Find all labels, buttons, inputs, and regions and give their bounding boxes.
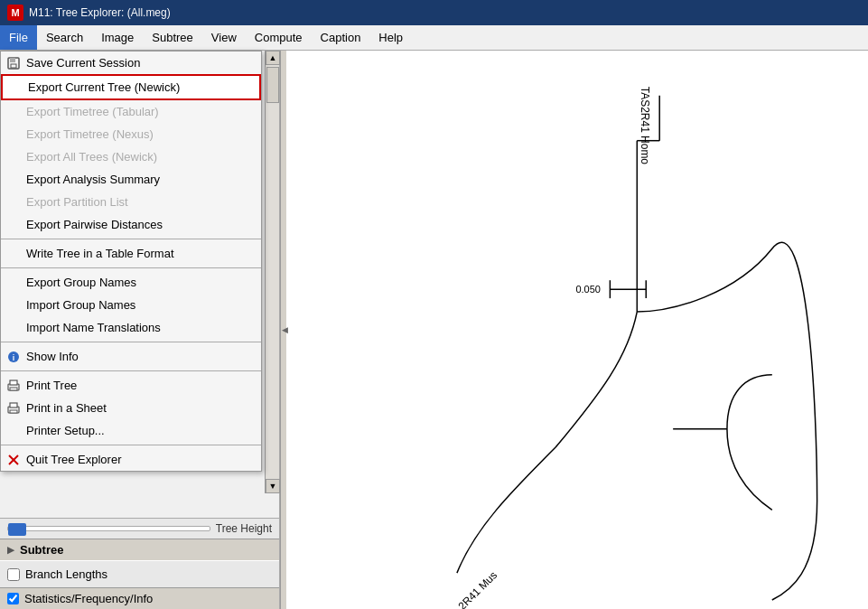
branch-lengths-checkbox[interactable] xyxy=(7,568,20,581)
svg-rect-7 xyxy=(10,388,17,390)
separator-1 xyxy=(1,239,261,239)
scroll-down-button[interactable]: ▼ xyxy=(266,479,280,493)
print-sheet-icon xyxy=(6,401,21,416)
menu-export-current-tree[interactable]: Export Current Tree (Newick) xyxy=(1,74,261,100)
tree-label-homo: TAS2R41 Homo xyxy=(639,87,651,164)
tree-label-mus: 2R41 Mus xyxy=(456,568,499,609)
svg-rect-10 xyxy=(10,410,17,413)
svg-text:i: i xyxy=(13,353,15,362)
branch-lengths-section: Branch Lengths xyxy=(0,561,279,587)
branch-lengths-label: Branch Lengths xyxy=(25,567,107,581)
title-bar: M M11: Tree Explorer: (All.meg) xyxy=(0,0,868,25)
svg-rect-2 xyxy=(11,64,16,68)
bottom-sections: Tree Height ▶ Subtree Branch Lengths Sta… xyxy=(0,518,279,609)
svg-rect-6 xyxy=(10,380,17,385)
menu-subtree[interactable]: Subtree xyxy=(143,25,202,50)
subtree-section-label: Subtree xyxy=(20,543,63,557)
panel-divider[interactable]: ◀ xyxy=(280,51,287,609)
menu-view[interactable]: View xyxy=(202,25,246,50)
svg-rect-9 xyxy=(10,403,17,408)
menu-import-name-translations[interactable]: Import Name Translations xyxy=(1,316,261,339)
tree-canvas: TAS2R41 Homo 0.050 2R41 Mus xyxy=(280,51,868,609)
menu-help[interactable]: Help xyxy=(369,25,412,50)
menu-search[interactable]: Search xyxy=(37,25,92,50)
menu-image[interactable]: Image xyxy=(92,25,143,50)
svg-rect-1 xyxy=(10,58,15,62)
menu-bar: File Search Image Subtree View Compute C… xyxy=(0,25,868,51)
menu-write-tree-table[interactable]: Write Tree in a Table Format xyxy=(1,242,261,265)
menu-printer-setup[interactable]: Printer Setup... xyxy=(1,419,261,442)
menu-export-all-trees: Export All Trees (Newick) xyxy=(1,145,261,168)
quit-icon xyxy=(6,453,21,467)
menu-import-group-names[interactable]: Import Group Names xyxy=(1,294,261,316)
info-icon: i xyxy=(6,350,21,364)
separator-5 xyxy=(1,445,261,445)
scale-value: 0.050 xyxy=(575,284,600,295)
print-icon xyxy=(6,379,21,393)
left-panel: Save Current Session Export Current Tree… xyxy=(0,51,280,609)
vertical-scrollbar[interactable]: ▲ ▼ xyxy=(265,51,279,493)
tree-height-label: Tree Height xyxy=(216,522,272,535)
separator-2 xyxy=(1,267,261,268)
menu-print-sheet[interactable]: Print in a Sheet xyxy=(1,397,261,419)
menu-export-analysis-summary[interactable]: Export Analysis Summary xyxy=(1,168,261,191)
menu-print-tree[interactable]: Print Tree xyxy=(1,374,261,397)
slider-area: Tree Height xyxy=(0,518,279,539)
menu-export-pairwise-distances[interactable]: Export Pairwise Distances xyxy=(1,213,261,236)
scroll-track xyxy=(266,65,279,479)
slider-thumb[interactable] xyxy=(8,523,26,536)
subtree-section-header[interactable]: ▶ Subtree xyxy=(0,539,279,561)
tree-height-slider[interactable] xyxy=(7,526,210,531)
stats-checkbox[interactable] xyxy=(7,593,19,604)
tree-svg: TAS2R41 Homo 0.050 2R41 Mus xyxy=(280,51,868,609)
scroll-up-button[interactable]: ▲ xyxy=(266,51,280,65)
branch-arc-left xyxy=(457,312,637,573)
menu-caption[interactable]: Caption xyxy=(312,25,370,50)
branch-inner-curve xyxy=(727,375,772,511)
main-layout: Save Current Session Export Current Tree… xyxy=(0,51,868,609)
subtree-chevron-icon: ▶ xyxy=(7,545,14,555)
menu-save-session[interactable]: Save Current Session xyxy=(1,52,261,74)
app-icon: M xyxy=(7,5,23,21)
menu-export-timetree-nexus: Export Timetree (Nexus) xyxy=(1,123,261,145)
stats-label: Statistics/Frequency/Info xyxy=(24,592,153,605)
menu-export-partition-list: Export Partition List xyxy=(1,191,261,213)
menu-compute[interactable]: Compute xyxy=(246,25,312,50)
menu-quit[interactable]: Quit Tree Explorer xyxy=(1,448,261,471)
menu-export-group-names[interactable]: Export Group Names xyxy=(1,271,261,294)
separator-3 xyxy=(1,342,261,342)
menu-export-timetree-tabular: Export Timetree (Tabular) xyxy=(1,100,261,123)
divider-arrow-icon: ◀ xyxy=(282,325,288,334)
file-dropdown-menu: Save Current Session Export Current Tree… xyxy=(0,51,262,472)
scroll-thumb[interactable] xyxy=(266,67,279,103)
separator-4 xyxy=(1,370,261,371)
stats-section-header[interactable]: Statistics/Frequency/Info xyxy=(0,587,279,609)
menu-show-info[interactable]: i Show Info xyxy=(1,345,261,368)
window-title: M11: Tree Explorer: (All.meg) xyxy=(29,6,171,19)
branch-lengths-row: Branch Lengths xyxy=(7,565,272,584)
menu-file[interactable]: File xyxy=(0,25,37,50)
save-icon xyxy=(6,56,21,70)
